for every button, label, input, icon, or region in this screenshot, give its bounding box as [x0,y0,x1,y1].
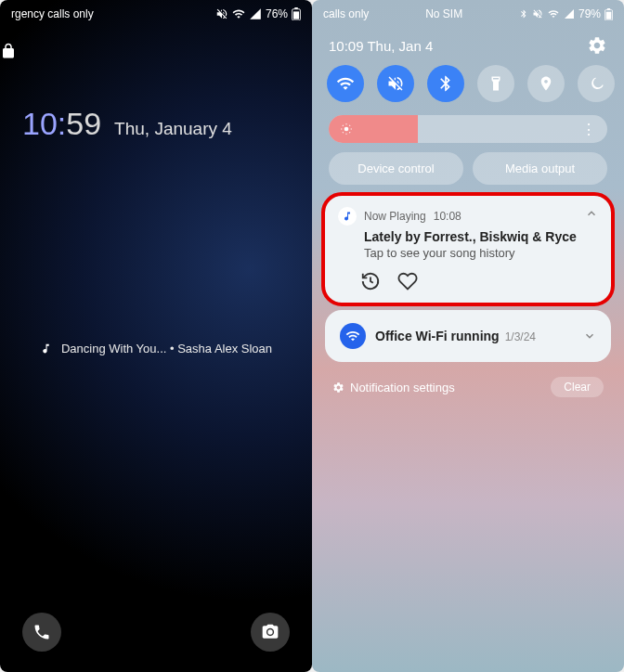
notification-shade: calls only No SIM 79% 10:09 Thu, Jan 4 ⋮ [312,0,624,672]
battery-pct: 76% [266,7,288,20]
carrier-text: calls only [323,7,369,20]
svg-rect-1 [294,7,298,9]
device-control-button[interactable]: Device control [329,152,463,185]
quick-settings-row [312,65,624,102]
heart-icon [397,271,418,291]
wifi-icon [232,7,245,20]
wifi-icon [345,329,360,343]
notif-header: Now Playing 10:08 [338,207,598,226]
clock-row: 10:59 Thu, January 4 [0,106,312,142]
now-playing-notification[interactable]: Now Playing 10:08 Lately by Forrest., Bi… [325,196,611,303]
notif-actions [360,271,598,291]
brightness-slider[interactable]: ⋮ [329,115,607,143]
svg-rect-5 [606,11,612,19]
gear-icon [332,381,344,394]
media-output-button[interactable]: Media output [473,152,607,185]
brightness-fill [329,115,418,143]
bluetooth-icon [436,74,455,93]
battery-pct: 79% [578,7,601,20]
status-bar: rgency calls only 76% [0,0,312,22]
shade-date-row: 10:09 Thu, Jan 4 [312,22,624,65]
location-icon [538,75,554,92]
chevron-down-icon [583,330,596,342]
clock-time: 10:59 [22,106,101,142]
status-icons: 79% [519,7,613,20]
settings-button[interactable] [587,35,607,56]
notification-settings-link[interactable]: Notification settings [332,381,455,394]
qs-wifi[interactable] [327,65,364,102]
battery-icon [292,7,301,20]
carrier-text: rgency calls only [11,7,215,20]
favorite-button[interactable] [397,271,418,291]
wifi-notif-title: Office Wi-Fi running1/3/24 [375,329,574,343]
mute-icon [386,74,405,93]
wifi-notification[interactable]: Office Wi-Fi running1/3/24 [325,310,611,362]
qs-dnd[interactable] [578,65,615,102]
signal-icon [249,7,262,20]
collapse-button[interactable] [585,207,598,220]
notif-app-name: Now Playing [364,210,426,223]
sim-text: No SIM [425,7,462,20]
clock-date: Thu, January 4 [114,119,232,139]
camera-shortcut[interactable] [251,613,290,652]
status-bar: calls only No SIM 79% [312,0,624,22]
signal-icon [564,8,575,19]
flashlight-icon [488,75,504,92]
lockscreen: rgency calls only 76% 10:59 Thu, January… [0,0,312,672]
phone-icon [32,623,51,641]
moon-icon [588,75,604,92]
svg-point-6 [344,127,349,132]
phone-shortcut[interactable] [22,613,61,652]
music-app-icon [338,207,357,226]
camera-icon [261,623,280,641]
bottom-shortcuts [0,613,312,652]
lock-icon [0,41,312,61]
history-icon [360,271,381,291]
mute-icon [532,8,543,19]
svg-rect-2 [293,11,299,19]
music-note-icon [40,342,52,355]
chevron-up-icon [585,207,598,220]
brightness-icon [340,123,353,136]
svg-rect-4 [607,8,610,10]
shade-footer: Notification settings Clear [312,369,624,405]
history-button[interactable] [360,271,381,291]
music-note-icon [342,211,353,222]
notif-title: Lately by Forrest., Biskwiq & Ryce [364,229,598,244]
notif-subtitle: Tap to see your song history [364,246,598,260]
qs-sound[interactable] [377,65,414,102]
expand-button[interactable] [583,330,596,342]
pill-row: Device control Media output [312,152,624,196]
wifi-icon [336,74,355,93]
qs-location[interactable] [527,65,565,102]
wifi-icon [547,8,560,19]
gear-icon [587,35,607,56]
qs-bluetooth[interactable] [427,65,464,102]
battery-icon [604,8,613,20]
now-playing-lockscreen[interactable]: Dancing With You... • Sasha Alex Sloan [0,342,312,355]
bluetooth-icon [519,8,528,19]
mute-icon [215,7,228,20]
qs-flashlight[interactable] [477,65,514,102]
clear-button[interactable]: Clear [551,377,604,397]
now-playing-text: Dancing With You... • Sasha Alex Sloan [61,342,272,355]
notif-time: 10:08 [434,210,462,223]
status-icons: 76% [215,7,301,20]
shade-date-time: 10:09 Thu, Jan 4 [329,38,433,54]
brightness-menu[interactable]: ⋮ [581,121,596,138]
wifi-app-icon [340,323,366,349]
